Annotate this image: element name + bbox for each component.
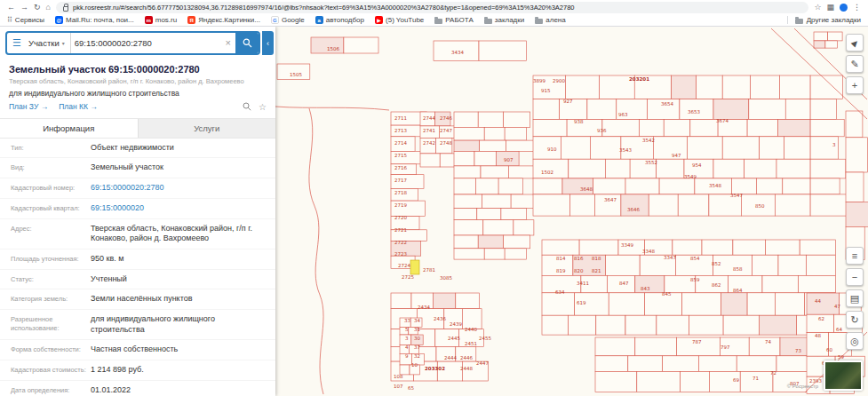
parcel[interactable] — [595, 356, 628, 372]
info-value[interactable]: 69:15:0000020:2780 — [91, 183, 267, 194]
print-button[interactable]: ▤ — [846, 289, 864, 307]
parcel[interactable] — [846, 172, 864, 202]
parcel[interactable] — [456, 293, 480, 309]
parcel[interactable] — [593, 178, 625, 194]
parcel[interactable] — [653, 137, 687, 159]
parcel[interactable] — [637, 371, 681, 392]
parcel[interactable] — [504, 112, 530, 127]
other-bookmarks[interactable]: Другие закладки — [787, 16, 861, 24]
parcel[interactable] — [542, 240, 579, 255]
parcel[interactable] — [664, 120, 690, 137]
parcel[interactable] — [454, 209, 477, 220]
parcel[interactable] — [454, 127, 484, 140]
layers-button[interactable]: ≡ — [846, 247, 864, 265]
parcel[interactable] — [478, 112, 504, 127]
parcel[interactable] — [747, 120, 778, 137]
bookmark-item[interactable]: РАБОТА — [434, 16, 473, 24]
parcel[interactable] — [484, 127, 505, 140]
bookmark-item[interactable]: ЯЯндекс.Картинки... — [187, 16, 260, 24]
parcel[interactable] — [846, 111, 863, 138]
parcel[interactable] — [569, 159, 606, 178]
search-button[interactable] — [235, 33, 259, 53]
map-svg[interactable]: 2032012033021506150534343899290091592793… — [275, 27, 868, 396]
tab-services[interactable]: Услуги — [138, 119, 276, 138]
parcel[interactable] — [605, 159, 630, 178]
parcel[interactable] — [779, 75, 810, 99]
parcel[interactable] — [625, 315, 657, 335]
parcel[interactable] — [635, 337, 677, 356]
highlighted-parcel[interactable] — [410, 260, 419, 274]
bookmark-star-icon[interactable]: ☆ — [814, 4, 821, 12]
collapse-panel-button[interactable]: ‹ — [262, 31, 274, 55]
profile-avatar[interactable] — [840, 4, 848, 12]
satellite-thumbnail[interactable] — [824, 360, 863, 391]
parcel[interactable] — [482, 194, 511, 209]
parcel[interactable] — [609, 293, 644, 315]
search-category-dropdown[interactable]: Участки ▾ — [27, 33, 71, 53]
parcel[interactable] — [756, 178, 783, 194]
parcel[interactable] — [483, 220, 514, 235]
parcel[interactable] — [713, 159, 745, 178]
parcel[interactable] — [678, 194, 709, 216]
parcel[interactable] — [825, 41, 838, 48]
parcel[interactable] — [561, 137, 590, 159]
parcel[interactable] — [846, 202, 868, 227]
parcel[interactable] — [810, 99, 837, 120]
parcel[interactable] — [565, 75, 599, 99]
parcel[interactable] — [454, 166, 481, 178]
parcel[interactable] — [579, 240, 618, 255]
parcel[interactable] — [596, 315, 625, 335]
parcel[interactable] — [454, 151, 474, 166]
parcel[interactable] — [663, 356, 699, 372]
parcel[interactable] — [721, 293, 748, 315]
tab-information[interactable]: Информация — [0, 119, 138, 138]
parcel[interactable] — [681, 371, 710, 392]
parcel[interactable] — [639, 120, 664, 137]
parcel[interactable] — [733, 240, 766, 255]
parcel[interactable] — [814, 32, 828, 41]
parcel[interactable] — [474, 151, 496, 166]
parcel[interactable] — [391, 293, 411, 309]
parcel[interactable] — [659, 178, 695, 194]
parcel[interactable] — [498, 178, 522, 194]
parcel[interactable] — [810, 120, 844, 137]
parcel[interactable] — [344, 37, 378, 53]
parcel[interactable] — [722, 137, 760, 159]
parcel[interactable] — [569, 315, 596, 335]
parcel[interactable] — [587, 99, 617, 120]
parcel[interactable] — [810, 159, 846, 178]
parcel[interactable] — [505, 249, 526, 259]
favorite-star-icon[interactable]: ☆ — [259, 102, 267, 112]
parcel[interactable] — [533, 194, 570, 216]
parcel[interactable] — [590, 137, 621, 159]
parcel[interactable] — [504, 235, 530, 249]
refresh-button[interactable]: ↻ — [846, 311, 864, 329]
parcel[interactable] — [846, 138, 868, 172]
map-area[interactable]: 2032012033021506150534343899290091592793… — [275, 27, 868, 396]
parcel[interactable] — [649, 194, 678, 216]
parcel[interactable] — [762, 275, 798, 293]
locate-button[interactable]: ▶ — [846, 34, 864, 51]
parcel[interactable] — [595, 371, 637, 392]
parcel[interactable] — [766, 240, 800, 255]
parcel[interactable] — [697, 75, 723, 99]
parcel[interactable] — [806, 255, 835, 275]
parcel[interactable] — [437, 361, 462, 381]
parcel[interactable] — [751, 75, 780, 99]
parcel[interactable] — [454, 178, 475, 194]
parcel[interactable] — [595, 337, 635, 356]
refresh-icon[interactable]: ↻ — [34, 4, 41, 12]
bookmark-item[interactable]: ▶(5) YouTube — [375, 16, 424, 24]
parcel[interactable] — [505, 127, 526, 140]
parcel[interactable] — [506, 140, 534, 151]
parcel[interactable] — [433, 293, 456, 309]
parcel[interactable] — [778, 255, 806, 275]
parcel[interactable] — [775, 293, 804, 315]
parcel[interactable] — [689, 315, 724, 335]
parcel[interactable] — [759, 315, 796, 335]
parcel[interactable] — [606, 255, 641, 275]
parcel[interactable] — [479, 41, 527, 60]
parcel[interactable] — [621, 194, 649, 216]
parcel[interactable] — [514, 220, 534, 235]
parcel[interactable] — [690, 120, 718, 137]
